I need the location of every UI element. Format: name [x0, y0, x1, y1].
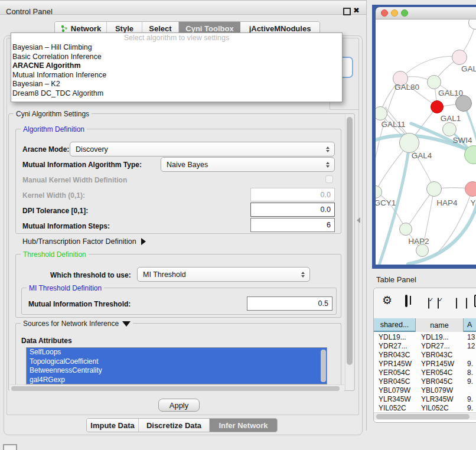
aracne-mode-label: Aracne Mode:	[22, 145, 69, 154]
mi-steps-field[interactable]: 6	[250, 218, 335, 232]
unchecked-checkbox-icon[interactable]	[466, 298, 467, 309]
table-header-row: shared... name A	[374, 318, 476, 332]
table-row[interactable]: YLR345W YLR345W 9.	[374, 395, 476, 404]
settings-scrollbar-thumb[interactable]	[347, 117, 353, 365]
float-panel-icon[interactable]	[343, 8, 351, 15]
network-node-y-partial[interactable]	[465, 181, 476, 197]
network-node-gal4[interactable]	[399, 133, 419, 153]
minimize-traffic-icon[interactable]	[391, 9, 398, 17]
column-header-name[interactable]: name	[416, 318, 464, 332]
algorithm-item-basic-correlation[interactable]: Basic Correlation Inference	[11, 53, 342, 62]
attribute-betweennesscentrality[interactable]: BetweennessCentrality	[27, 366, 327, 376]
control-panel-title: Control Panel	[6, 7, 53, 16]
sources-title: Sources for Network Inference	[23, 319, 119, 328]
tab-network-label: Network	[71, 24, 101, 33]
network-node-hap2[interactable]	[399, 223, 412, 236]
aracne-mode-select[interactable]: Discovery	[70, 142, 335, 156]
node-label-gal80: GAL80	[387, 83, 427, 92]
algorithm-item-mutual-information[interactable]: Mutual Information Inference	[11, 71, 342, 80]
mi-steps-label: Mutual Information Steps:	[22, 222, 110, 230]
unchecked-checkbox-icon[interactable]	[456, 298, 457, 309]
network-window-titlebar	[376, 7, 476, 19]
network-node-unlabeled-gray[interactable]	[455, 95, 472, 112]
table-row[interactable]: YBR045C YBR045C 9.	[374, 377, 476, 386]
apply-button[interactable]: Apply	[158, 399, 200, 412]
node-label-gcy1: GCY1	[376, 198, 398, 207]
table-row[interactable]: YBR043C YBR043C	[374, 351, 476, 360]
mi-threshold-title: MI Threshold Definition	[27, 284, 104, 292]
cyni-settings-title: Cyni Algorithm Settings	[14, 110, 92, 118]
combo-arrows-icon	[299, 272, 307, 278]
zoom-traffic-icon[interactable]	[401, 9, 408, 17]
attribute-gal4rgexp[interactable]: gal4RGexp	[27, 376, 327, 385]
network-node-gal10[interactable]	[427, 75, 441, 89]
tab-infer-network[interactable]: Infer Network	[210, 419, 277, 432]
table-row[interactable]: YER054C YER054C 8.	[374, 369, 476, 377]
algorithm-placeholder: Select algorithm to view settings	[11, 33, 342, 43]
combo-arrows-icon	[324, 146, 332, 152]
table-row[interactable]: YIL052C YIL052C 9.	[374, 404, 476, 412]
table-row[interactable]: YBL079W YBL079W	[374, 386, 476, 395]
checked-checkbox-icon[interactable]	[428, 298, 429, 309]
attribute-selfloops[interactable]: SelfLoops	[27, 348, 327, 357]
close-panel-icon[interactable]: ✖	[353, 6, 360, 15]
minimized-panel-icon[interactable]	[3, 444, 17, 450]
mi-type-select[interactable]: Naive Bayes	[161, 157, 335, 172]
table-panel: ⚙ shared... name A YDL19... YDL19... 13 …	[373, 288, 476, 423]
settings-scrollbar[interactable]	[345, 115, 353, 390]
manual-kernel-label: Manual Kernel Width Definition	[22, 176, 127, 184]
node-label-gal-partial: GAL	[461, 64, 476, 73]
node-label-gal11: GAL11	[378, 120, 409, 129]
algorithm-item-aracne[interactable]: ARACNE Algorithm	[11, 61, 342, 71]
dpi-tolerance-label: DPI Tolerance [0,1]:	[22, 207, 88, 215]
manual-kernel-checkbox[interactable]	[325, 175, 333, 183]
table-row[interactable]: YDR27... YDR27... 12	[374, 342, 476, 351]
table-panel-title: Table Panel	[376, 275, 416, 284]
expander-arrow-icon	[141, 238, 146, 245]
mi-threshold-field[interactable]: 0.5	[247, 296, 332, 311]
settings-hscrollbar-thumb[interactable]	[11, 386, 340, 391]
tab-discretize-data[interactable]: Discretize Data	[139, 419, 210, 432]
which-threshold-select[interactable]: MI Threshold	[137, 267, 310, 282]
data-attributes-label: Data Attributes	[21, 337, 72, 345]
settings-hscrollbar[interactable]	[9, 384, 344, 391]
collapse-arrow-icon[interactable]	[122, 321, 131, 327]
network-node-gal1[interactable]	[431, 100, 444, 113]
which-threshold-label: Which threshold to use:	[50, 271, 131, 279]
table-row[interactable]: YDL19... YDL19... 13	[374, 333, 476, 342]
table-hscrollbar-thumb[interactable]	[376, 414, 470, 419]
mi-threshold-label: Mutual Information Threshold:	[28, 300, 131, 308]
hub-definition-expander[interactable]: Hub/Transcription Factor Definition	[22, 237, 146, 246]
algorithm-item-dream8[interactable]: Dream8 DC_TDC Algorithm	[11, 89, 342, 99]
network-node-hap4[interactable]	[426, 181, 442, 197]
algorithm-item-bayesian-hill[interactable]: Bayesian – Hill Climbing	[11, 43, 342, 53]
table-row[interactable]: YPR145W YPR145W 9.	[374, 360, 476, 369]
split-columns-icon[interactable]	[405, 295, 407, 307]
control-panel-bottom-tabs: Impute Data Discretize Data Infer Networ…	[86, 418, 278, 432]
close-traffic-icon[interactable]	[381, 9, 388, 17]
table-body: YDL19... YDL19... 13 YDR27... YDR27... 1…	[374, 333, 476, 412]
gear-icon[interactable]: ⚙	[382, 294, 392, 307]
table-hscrollbar[interactable]	[374, 412, 476, 420]
checked-checkbox-icon[interactable]	[438, 298, 439, 309]
column-header-shared-name[interactable]: shared...	[374, 318, 416, 332]
column-header-partial[interactable]: A	[464, 318, 476, 332]
attributes-scrollbar-thumb[interactable]	[321, 350, 326, 382]
mi-type-label: Mutual Information Algorithm Type:	[22, 161, 142, 169]
screen: Control Panel ✖ Network Style Select Cyn…	[0, 0, 476, 450]
node-label-hap4: HAP4	[434, 198, 460, 207]
splitter-collapse-icon[interactable]	[357, 217, 360, 223]
network-canvas[interactable]: GAL GAL80 GAL10 GAL1 GAL11 SWI4 GAL4 GCY…	[376, 19, 476, 265]
tab-impute-data[interactable]: Impute Data	[87, 419, 139, 432]
node-label-gal1: GAL1	[438, 114, 463, 123]
network-node-unlabeled-bottom[interactable]	[416, 244, 429, 257]
network-node-swi4[interactable]	[442, 122, 457, 136]
dpi-tolerance-field[interactable]: 0.0	[250, 203, 335, 217]
network-node-gal-partial[interactable]	[452, 50, 467, 65]
attribute-topologicalcoefficient[interactable]: TopologicalCoefficient	[27, 357, 327, 367]
algorithm-item-bayesian-k2[interactable]: Bayesian – K2	[11, 80, 342, 89]
control-panel-titlebar	[0, 0, 366, 15]
kernel-width-field[interactable]: 0.0	[250, 188, 335, 201]
node-label-y-partial: Y	[469, 198, 476, 207]
node-label-swi4: SWI4	[450, 136, 475, 145]
